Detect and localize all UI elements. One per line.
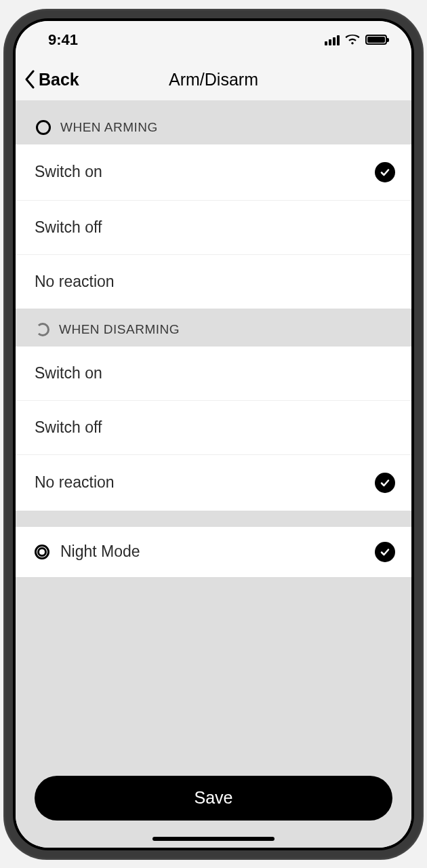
phone-frame: 9:41 Bac bbox=[3, 9, 424, 860]
check-icon bbox=[375, 162, 395, 182]
spacer bbox=[16, 577, 411, 776]
circle-icon bbox=[36, 120, 51, 135]
arming-section: WHEN ARMING Switch on Switch off bbox=[16, 101, 411, 309]
status-time: 9:41 bbox=[48, 31, 78, 49]
status-bar: 9:41 bbox=[16, 21, 411, 59]
nav-bar: Back Arm/Disarm bbox=[16, 59, 411, 101]
row-label: No reaction bbox=[35, 273, 115, 291]
row-label: Switch off bbox=[35, 218, 102, 237]
back-label: Back bbox=[39, 70, 79, 90]
check-icon bbox=[375, 473, 395, 493]
row-label: No reaction bbox=[35, 473, 115, 492]
row-label: Switch on bbox=[35, 163, 102, 181]
back-button[interactable]: Back bbox=[24, 70, 79, 90]
battery-icon bbox=[365, 35, 387, 45]
arming-switch-off-row[interactable]: Switch off bbox=[16, 201, 411, 255]
check-icon bbox=[375, 542, 395, 562]
night-mode-icon bbox=[35, 545, 49, 559]
arming-header: WHEN ARMING bbox=[16, 101, 411, 144]
disarming-section: WHEN DISARMING Switch on Switch off No r… bbox=[16, 309, 411, 511]
home-indicator[interactable] bbox=[152, 837, 274, 841]
disarming-no-reaction-row[interactable]: No reaction bbox=[16, 455, 411, 511]
chevron-left-icon bbox=[24, 70, 36, 89]
phone-inner: 9:41 Bac bbox=[13, 18, 414, 850]
row-label: Switch off bbox=[35, 418, 102, 437]
disarming-header: WHEN DISARMING bbox=[16, 309, 411, 347]
status-icons bbox=[325, 35, 387, 45]
arming-no-reaction-row[interactable]: No reaction bbox=[16, 255, 411, 309]
save-button[interactable]: Save bbox=[35, 776, 392, 821]
spinner-icon bbox=[36, 323, 49, 336]
screen: 9:41 Bac bbox=[16, 21, 411, 848]
night-mode-row[interactable]: Night Mode bbox=[16, 527, 411, 577]
disarming-switch-off-row[interactable]: Switch off bbox=[16, 401, 411, 455]
arming-switch-on-row[interactable]: Switch on bbox=[16, 144, 411, 201]
night-mode-label: Night Mode bbox=[60, 542, 364, 561]
cellular-signal-icon bbox=[325, 35, 340, 45]
page-title: Arm/Disarm bbox=[169, 70, 258, 90]
wifi-icon bbox=[345, 35, 360, 45]
content: WHEN ARMING Switch on Switch off bbox=[16, 101, 411, 848]
disarming-switch-on-row[interactable]: Switch on bbox=[16, 347, 411, 401]
disarming-header-label: WHEN DISARMING bbox=[59, 322, 180, 337]
arming-header-label: WHEN ARMING bbox=[60, 120, 158, 135]
save-button-label: Save bbox=[195, 788, 233, 808]
row-label: Switch on bbox=[35, 364, 102, 382]
